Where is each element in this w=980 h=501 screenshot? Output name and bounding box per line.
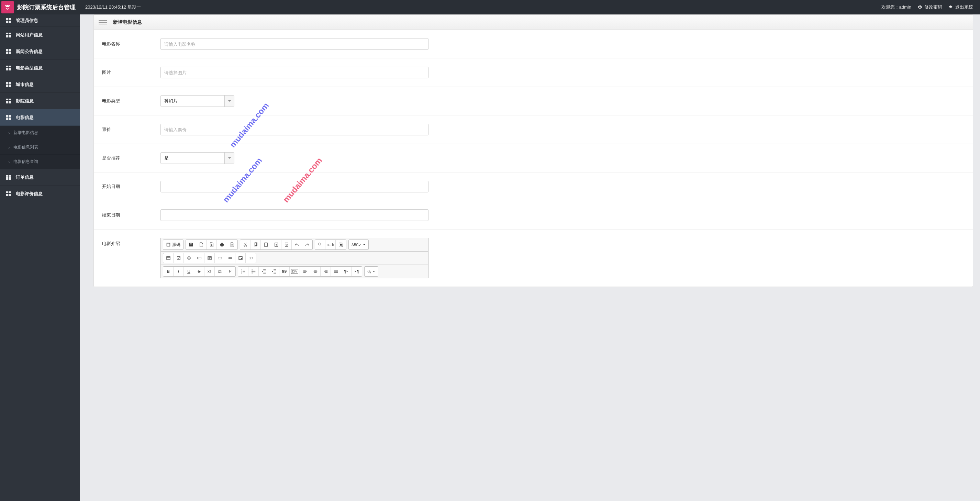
image-input[interactable] [161,67,428,78]
svg-point-5 [245,245,247,247]
ltr-icon[interactable]: ¶‣ [341,267,352,276]
recommend-select[interactable]: 是 [161,152,234,164]
save-icon[interactable] [186,240,196,250]
hidden-field-icon[interactable]: H [246,253,256,263]
label-movie-type: 电影类型 [102,95,161,104]
div-icon[interactable]: DIV [290,267,300,276]
preview-icon[interactable] [207,240,217,250]
grid-icon [6,115,11,120]
templates-icon[interactable] [227,240,237,250]
svg-rect-16 [340,243,342,245]
svg-rect-18 [177,257,180,260]
movie-type-select[interactable]: 科幻片 [161,95,234,107]
sidebar-item-site-user-info[interactable]: 网站用户信息 [0,27,80,43]
sidebar-item-movie-type-info[interactable]: 电影类型信息 [0,60,80,76]
panel-title: 新增电影信息 [113,19,142,25]
button-field-icon[interactable] [225,253,235,263]
align-justify-icon[interactable] [331,267,341,276]
label-image: 图片 [102,67,161,76]
underline-icon[interactable]: U [184,267,194,276]
change-password-button[interactable]: 修改密码 [918,4,942,10]
label-movie-name: 电影名称 [102,38,161,47]
price-input[interactable] [161,124,428,135]
subscript-icon[interactable]: x2 [204,267,215,276]
sidebar-item-cinema-info[interactable]: 影院信息 [0,93,80,109]
textfield-icon[interactable] [194,253,204,263]
logout-button[interactable]: 退出系统 [948,4,973,10]
italic-icon[interactable]: I [173,267,184,276]
end-date-input[interactable] [161,209,428,221]
form-panel: 新增电影信息 电影名称 图片 电影类型 科幻片 票 [94,14,973,287]
svg-point-14 [318,243,321,245]
svg-rect-8 [264,243,267,247]
find-icon[interactable] [315,240,325,250]
grid-icon [6,66,11,70]
sidebar-item-review-info[interactable]: 电影评价信息 [0,186,80,202]
checkbox-icon[interactable] [173,253,184,263]
grid-icon [6,82,11,87]
label-intro: 电影介绍 [102,238,161,247]
indent-icon[interactable] [269,267,279,276]
datetime: 2023/12/11 23:45:12 星期一 [85,4,141,10]
sidebar-item-admin-info[interactable]: 管理员信息 [0,14,80,27]
editor-toolbar-row-2: H [161,251,428,265]
undo-icon[interactable] [292,240,302,250]
spellcheck-icon[interactable]: ABC✓ [349,240,368,250]
sidebar-item-movie-info[interactable]: 电影信息 [0,109,80,126]
align-left-icon[interactable] [300,267,310,276]
align-right-icon[interactable] [321,267,331,276]
main-content: 新增电影信息 电影名称 图片 电影类型 科幻片 票 [80,14,980,501]
grid-icon [6,18,11,23]
svg-point-0 [6,8,7,9]
menu-icon[interactable] [99,20,107,24]
source-button[interactable]: 源码 [163,240,183,250]
strike-icon[interactable]: S [194,267,204,276]
bold-icon[interactable]: B [163,267,173,276]
paste-icon[interactable] [261,240,271,250]
numbered-list-icon[interactable]: 123 [238,267,248,276]
select-all-icon[interactable] [336,240,346,250]
movie-name-input[interactable] [161,38,428,50]
logout-icon [948,5,953,10]
svg-point-2 [8,8,9,9]
paste-text-icon[interactable]: T [271,240,282,250]
sidebar-sub-movie-list[interactable]: 电影信息列表 [0,140,80,154]
svg-point-20 [188,258,190,259]
blockquote-icon[interactable]: 99 [279,267,290,276]
language-icon[interactable]: 话 [364,267,378,276]
remove-format-icon[interactable]: I× [225,267,235,276]
sidebar-sub-add-movie[interactable]: 新增电影信息 [0,126,80,140]
sidebar: 管理员信息 网站用户信息 新闻公告信息 电影类型信息 城市信息 影院信息 电影信… [0,14,80,501]
sidebar-item-news-info[interactable]: 新闻公告信息 [0,43,80,60]
rtl-icon[interactable]: ‣¶ [352,267,362,276]
start-date-input[interactable] [161,181,428,192]
paste-word-icon[interactable]: W [282,240,292,250]
textarea-icon[interactable] [204,253,215,263]
radio-icon[interactable] [184,253,194,263]
cut-icon[interactable] [240,240,250,250]
sidebar-item-city-info[interactable]: 城市信息 [0,76,80,93]
label-end-date: 结束日期 [102,209,161,218]
align-center-icon[interactable] [310,267,321,276]
print-icon[interactable] [217,240,227,250]
app-title: 影院订票系统后台管理 [17,3,76,11]
form-icon[interactable] [163,253,173,263]
replace-icon[interactable]: a↔b [325,240,336,250]
sidebar-item-order-info[interactable]: 订单信息 [0,169,80,186]
grid-icon [6,49,11,54]
image-button-icon[interactable] [235,253,246,263]
svg-point-31 [251,269,253,270]
svg-point-4 [243,245,245,247]
bullet-list-icon[interactable] [248,267,259,276]
svg-point-1 [7,9,8,10]
select-field-icon[interactable] [215,253,225,263]
sidebar-sub-movie-search[interactable]: 电影信息查询 [0,154,80,169]
outdent-icon[interactable] [259,267,269,276]
new-page-icon[interactable] [196,240,207,250]
superscript-icon[interactable]: x2 [215,267,225,276]
copy-icon[interactable] [250,240,261,250]
svg-point-33 [251,272,253,274]
redo-icon[interactable] [302,240,312,250]
grid-icon [6,175,11,180]
svg-rect-24 [228,257,232,259]
